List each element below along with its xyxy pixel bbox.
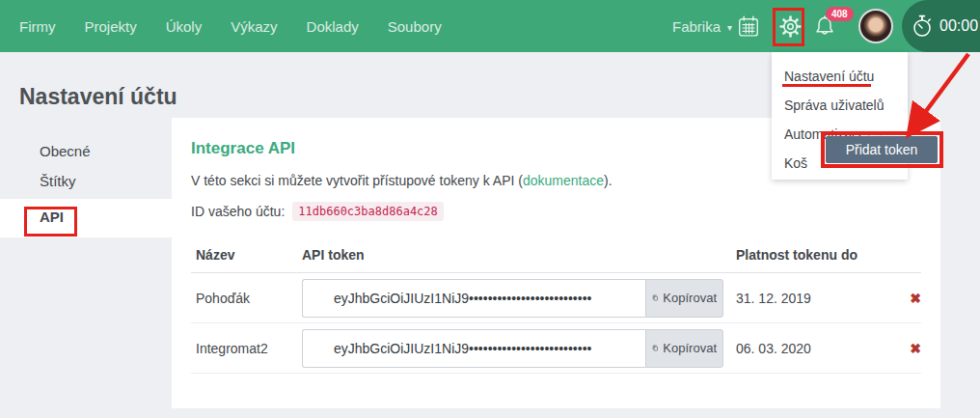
table-header-token: API token [302,247,736,263]
workspace-switcher[interactable]: Fabrika ▾ [672,0,732,52]
token-name: Integromat2 [191,341,302,356]
menu-underline-annotation [782,84,871,87]
top-navbar: Firmy Projekty Úkoly Výkazy Doklady Soub… [0,0,980,52]
avatar[interactable] [858,9,893,43]
description-text-before: V této sekci si můžete vytvořit přístupo… [191,173,523,188]
token-input-group: Kopírovat [302,329,723,368]
section-description: V této sekci si můžete vytvořit přístupo… [191,173,612,188]
sidebar-item-stitky[interactable]: Štítky [40,173,76,189]
table-header-row: Název API token Platnost tokenu do [191,237,921,273]
delete-icon: ✖ [910,291,921,306]
app-screen: Firmy Projekty Úkoly Výkazy Doklady Soub… [0,0,980,418]
token-input[interactable] [302,329,645,368]
nav-item-projekty[interactable]: Projekty [85,18,137,35]
workspace-name: Fabrika [672,18,721,35]
settings-button[interactable] [777,0,803,52]
copy-button-label: Kopírovat [663,291,717,305]
account-id-row: ID vašeho účtu: 11db660c3ba8d86a4c28 [191,202,444,221]
copy-icon [652,341,658,355]
notification-badge[interactable]: 408 [826,7,854,21]
account-id-value: 11db660c3ba8d86a4c28 [292,202,444,221]
sidebar-active-row [0,199,172,237]
page-title: Nastavení účtu [19,84,177,110]
calendar-icon [738,15,759,38]
token-name: Pohoďák [191,291,302,306]
sidebar-item-obecne[interactable]: Obecné [40,143,91,159]
token-expiry: 31. 12. 2019 [736,291,902,306]
calendar-button[interactable] [738,0,759,52]
token-expiry: 06. 03. 2020 [736,341,902,356]
time-tracker[interactable]: 00:00 [902,0,980,52]
documentation-link[interactable]: dokumentace [523,173,604,188]
delete-token-button[interactable]: ✖ [910,291,921,306]
copy-button[interactable]: Kopírovat [645,329,723,368]
main-nav: Firmy Projekty Úkoly Výkazy Doklady Soub… [19,0,442,52]
table-header-name: Název [191,247,302,263]
copy-button-label: Kopírovat [663,341,717,355]
tokens-table: Název API token Platnost tokenu do Pohoď… [191,237,921,374]
account-id-label: ID vašeho účtu: [191,204,285,219]
copy-button[interactable]: Kopírovat [645,279,723,318]
copy-icon [652,291,658,305]
token-input[interactable] [302,279,645,318]
nav-item-doklady[interactable]: Doklady [307,18,359,35]
delete-token-button[interactable]: ✖ [910,341,921,356]
stopwatch-icon [911,14,934,39]
description-text-after: ). [604,173,612,188]
table-row: Pohoďák Kopírovat 31. 12. 2 [191,273,921,323]
add-token-button[interactable]: Přidat token [826,136,938,163]
table-row: Integromat2 Kopírovat 06. 0 [191,323,921,374]
sidebar-item-api[interactable]: API [40,209,64,225]
nav-item-soubory[interactable]: Soubory [388,18,442,35]
table-header-valid-until: Platnost tokenu do [736,247,902,263]
chevron-down-icon: ▾ [727,20,732,33]
nav-item-ukoly[interactable]: Úkoly [166,18,203,35]
token-input-group: Kopírovat [302,279,723,318]
gear-icon [777,14,803,40]
timer-value: 00:00 [939,17,978,35]
section-heading: Integrace API [191,139,295,158]
nav-item-vykazy[interactable]: Výkazy [231,18,277,35]
delete-icon: ✖ [910,341,921,356]
nav-item-firmy[interactable]: Firmy [19,18,56,35]
menu-item-sprava-uzivatelu[interactable]: Správa uživatelů [772,91,908,120]
